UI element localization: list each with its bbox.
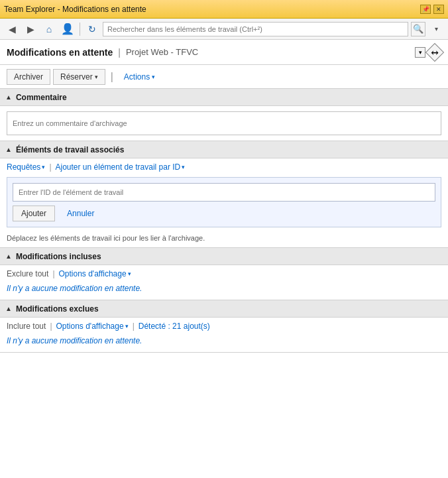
work-items-toolbar: Requêtes ▾ | Ajouter un élément de trava… (0, 158, 448, 174)
close-button[interactable]: ✕ (433, 5, 444, 14)
modifications-exclues-toolbar: Inclure tout | Options d'affichage ▾ | D… (0, 318, 448, 333)
work-item-id-input[interactable] (13, 183, 435, 202)
modifications-incluses-title: Modifications incluses (16, 252, 101, 261)
requetes-button[interactable]: Requêtes ▾ (7, 162, 45, 172)
modifications-incluses-body: Exclure tout | Options d'affichage ▾ Il … (0, 265, 448, 300)
comment-input[interactable] (7, 111, 441, 135)
modifications-incluses-empty: Il n'y a aucune modification en attente. (0, 281, 448, 300)
add-by-id-label: Ajouter un élément de travail par ID (56, 162, 181, 172)
commentaire-section: ▲ Commentaire (0, 89, 448, 141)
exclues-options-label: Options d'affichage (56, 322, 124, 331)
wi-cancel-button[interactable]: Annuler (59, 206, 102, 221)
action-separator: | (111, 71, 113, 83)
home-button[interactable]: ⌂ (41, 21, 57, 37)
window-title: Team Explorer - Modifications en attente (4, 5, 146, 14)
wi-cancel-label: Annuler (67, 209, 94, 218)
search-dropdown-button[interactable]: ▾ (428, 21, 444, 37)
page-title-main: Modifications en attente (7, 47, 113, 58)
forward-button[interactable]: ▶ (23, 21, 38, 37)
reserve-button-label: Réserver (60, 72, 93, 82)
modifications-exclues-empty: Il n'y a aucune modification en attente. (0, 333, 448, 352)
actions-button-label: Actions (124, 72, 150, 82)
modifications-incluses-section: ▲ Modifications incluses Exclure tout | … (0, 248, 448, 300)
page-header-left: Modifications en attente | Projet Web - … (7, 47, 198, 58)
title-bar: Team Explorer - Modifications en attente… (0, 0, 448, 19)
main-content: ▲ Commentaire ▲ Éléments de travail asso… (0, 89, 448, 478)
user-button[interactable]: 👤 (60, 21, 76, 37)
modifications-incluses-toolbar: Exclure tout | Options d'affichage ▾ (0, 265, 448, 281)
mod-sep-1: | (52, 269, 54, 278)
work-items-section-body: Requêtes ▾ | Ajouter un élément de trava… (0, 158, 448, 247)
wi-add-label: Ajouter (21, 209, 46, 218)
page-header: Modifications en attente | Projet Web - … (0, 40, 448, 65)
modifications-exclues-title: Modifications exclues (16, 304, 99, 314)
page-header-right: ▾ ⤢ (415, 46, 441, 59)
wi-add-button[interactable]: Ajouter (13, 206, 55, 221)
pin-button[interactable]: 📌 (420, 5, 431, 14)
exclues-options-button[interactable]: Options d'affichage ▾ (56, 322, 129, 331)
archive-button[interactable]: Archiver (7, 69, 50, 85)
modifications-exclues-header[interactable]: ▲ Modifications exclues (0, 300, 448, 318)
work-items-section-title: Éléments de travail associés (16, 145, 124, 154)
include-all-button[interactable]: Inclure tout (7, 322, 46, 331)
commentaire-section-body (0, 106, 448, 141)
requetes-chevron-icon: ▾ (42, 164, 45, 170)
commentaire-section-title: Commentaire (16, 93, 67, 102)
actions-chevron-icon: ▾ (152, 74, 155, 80)
reserve-chevron-icon: ▾ (95, 74, 98, 80)
back-button[interactable]: ◀ (4, 21, 20, 37)
work-items-section-header[interactable]: ▲ Éléments de travail associés (0, 141, 448, 158)
page-title-sub: Projet Web - TFVC (126, 47, 198, 57)
mod-sep-2: | (50, 322, 52, 331)
search-input[interactable] (103, 22, 408, 36)
commentaire-section-header[interactable]: ▲ Commentaire (0, 89, 448, 106)
mod-sep-3: | (133, 322, 135, 331)
commentaire-collapse-icon: ▲ (5, 93, 12, 101)
wi-input-area: Ajouter Annuler (7, 177, 441, 227)
wi-hint-text: Déplacez les éléments de travail ici pou… (0, 230, 448, 247)
window-controls: 📌 ✕ (420, 5, 444, 14)
toolbar: ◀ ▶ ⌂ 👤 ↻ 🔍 ▾ (0, 19, 448, 40)
incluses-options-label: Options d'affichage (59, 269, 127, 278)
modifications-exclues-collapse-icon: ▲ (5, 305, 12, 312)
incluses-options-chevron-icon: ▾ (128, 270, 131, 277)
actions-button[interactable]: Actions ▾ (119, 69, 160, 85)
work-items-collapse-icon: ▲ (5, 146, 12, 153)
search-button[interactable]: 🔍 (411, 22, 425, 36)
action-bar: Archiver Réserver ▾ | Actions ▾ (0, 65, 448, 89)
archive-button-label: Archiver (14, 72, 43, 82)
header-dropdown-button[interactable]: ▾ (415, 47, 425, 58)
modifications-incluses-collapse-icon: ▲ (5, 253, 12, 260)
wi-buttons: Ajouter Annuler (13, 206, 435, 221)
detected-link[interactable]: Détecté : 21 ajout(s) (139, 322, 210, 331)
add-by-id-chevron-icon: ▾ (182, 164, 185, 170)
modifications-exclues-section: ▲ Modifications exclues Inclure tout | O… (0, 300, 448, 353)
work-items-section: ▲ Éléments de travail associés Requêtes … (0, 141, 448, 248)
incluses-options-button[interactable]: Options d'affichage ▾ (59, 269, 131, 278)
header-expand-button[interactable]: ⤢ (425, 42, 444, 61)
requetes-label: Requêtes (7, 162, 40, 172)
modifications-exclues-body: Inclure tout | Options d'affichage ▾ | D… (0, 318, 448, 352)
page-title-separator: | (118, 47, 121, 58)
modifications-incluses-header[interactable]: ▲ Modifications incluses (0, 248, 448, 265)
reserve-button[interactable]: Réserver ▾ (53, 69, 105, 85)
add-by-id-button[interactable]: Ajouter un élément de travail par ID ▾ (56, 162, 186, 172)
exclues-options-chevron-icon: ▾ (125, 323, 129, 329)
refresh-button[interactable]: ↻ (84, 21, 100, 37)
wi-separator-1: | (49, 162, 51, 172)
toolbar-separator-1 (80, 23, 80, 36)
exclude-all-button[interactable]: Exclure tout (7, 269, 48, 278)
